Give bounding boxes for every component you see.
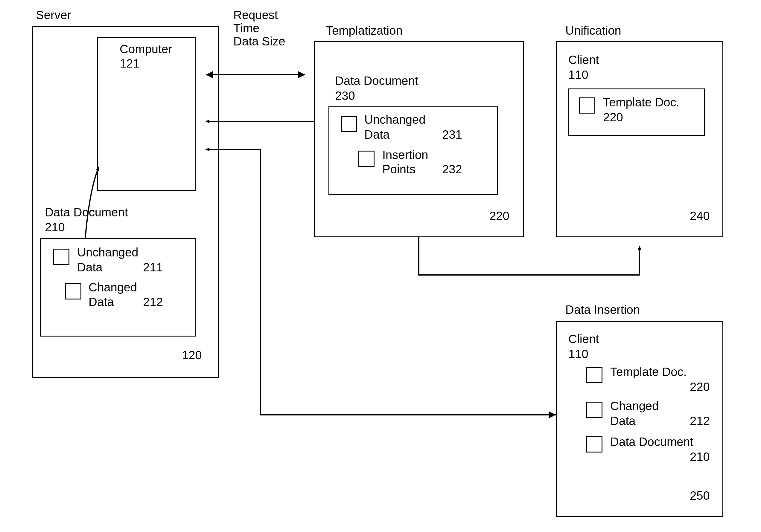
tmpl-data-document-num: 230 [335, 89, 355, 102]
svg-marker-4 [549, 411, 556, 418]
uni-template-doc-icon [579, 97, 595, 114]
di-template-doc-label: Template Doc. [610, 365, 687, 378]
tmpl-insertion-label2: Points [382, 163, 416, 176]
di-data-document-icon [586, 436, 603, 452]
di-changed-icon [586, 402, 603, 418]
uni-template-doc-num: 220 [603, 111, 623, 124]
server-label: Server [36, 8, 71, 22]
uni-client-label: Client [568, 53, 599, 66]
server-data-document-num: 210 [45, 221, 65, 234]
templatization-num: 220 [490, 209, 509, 223]
tmpl-unchanged-icon [341, 116, 357, 132]
tmpl-insertion-icon [358, 151, 375, 167]
di-template-doc-icon [586, 367, 603, 383]
di-data-document-label: Data Document [610, 435, 693, 448]
uni-client-num: 110 [568, 68, 588, 81]
computer-label: Computer [120, 42, 172, 56]
tmpl-unchanged-num: 231 [442, 128, 462, 141]
tmpl-unchanged-label1: Unchanged [364, 113, 426, 126]
unchanged-data-label2: Data [77, 261, 103, 274]
unchanged-data-label1: Unchanged [77, 246, 139, 259]
computer-box [97, 37, 196, 191]
uni-template-doc-label: Template Doc. [603, 96, 680, 109]
request-time-datasize-label: Request Time Data Size [233, 8, 285, 48]
tmpl-insertion-label1: Insertion [382, 148, 428, 161]
data-insertion-num: 250 [690, 489, 710, 503]
tmpl-data-document-label: Data Document [335, 74, 418, 87]
di-client-label: Client [568, 332, 599, 346]
unchanged-data-icon [53, 249, 69, 265]
changed-data-num: 212 [143, 295, 163, 309]
tmpl-unchanged-label2: Data [364, 128, 390, 141]
computer-num: 121 [120, 57, 140, 70]
changed-data-icon [65, 283, 81, 299]
di-changed-num: 212 [690, 414, 710, 428]
unification-num: 240 [690, 209, 710, 223]
di-changed-label2: Data [610, 414, 636, 427]
di-data-document-num: 210 [690, 450, 710, 463]
changed-data-label1: Changed [88, 281, 137, 294]
templatization-label: Templatization [326, 24, 403, 37]
di-template-doc-num: 220 [690, 380, 710, 394]
changed-data-label2: Data [88, 295, 114, 308]
server-num: 120 [182, 348, 202, 362]
di-changed-label1: Changed [610, 399, 659, 412]
svg-marker-2 [298, 71, 305, 78]
tmpl-insertion-num: 232 [442, 163, 462, 176]
server-data-document-label: Data Document [45, 206, 128, 219]
data-insertion-label: Data Insertion [565, 303, 640, 316]
unification-label: Unification [565, 24, 621, 37]
unchanged-data-num: 211 [143, 261, 163, 274]
di-client-num: 110 [568, 347, 588, 361]
